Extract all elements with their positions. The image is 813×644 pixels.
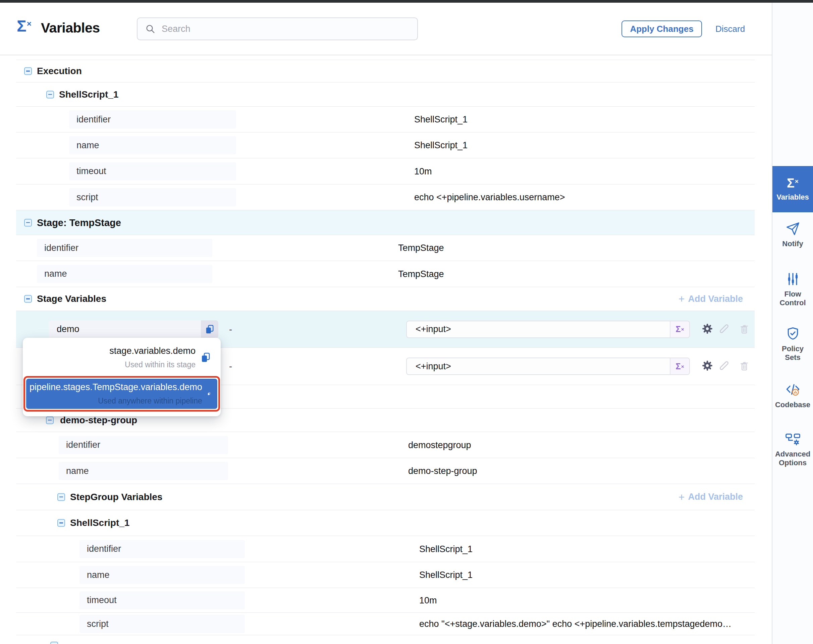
reference-scope-hint: Used anywhere within pipeline — [29, 396, 202, 406]
collapse-icon[interactable] — [46, 416, 54, 424]
discard-button[interactable]: Discard — [715, 24, 745, 34]
field-value: ShellScript_1 — [414, 114, 468, 125]
window-top-bar — [0, 0, 813, 3]
page-title: Variables — [41, 20, 100, 36]
shield-check-icon — [785, 327, 800, 341]
tab-policy-sets[interactable]: Policy Sets — [772, 327, 813, 366]
field-row-timeout: timeout 10m — [16, 158, 755, 184]
sigma-x-icon: Σ× — [17, 18, 32, 34]
expression-toggle[interactable]: Σ× — [670, 358, 689, 374]
tree-node-label: Execution — [37, 66, 82, 77]
input-value-text: <+input> — [407, 358, 670, 374]
delete-button[interactable] — [739, 360, 750, 373]
tree-row-partial — [16, 635, 755, 644]
copy-button[interactable] — [201, 320, 218, 339]
search-icon — [145, 23, 156, 34]
gear-icon — [702, 323, 713, 334]
sliders-icon — [785, 272, 800, 287]
collapse-icon[interactable] — [24, 67, 32, 75]
field-value: demostepgroup — [408, 440, 471, 450]
tab-label: Variables — [775, 193, 811, 202]
variable-description: - — [229, 361, 232, 372]
variable-value-input[interactable]: <+input> Σ× — [406, 320, 690, 338]
reference-option-pipeline-scope[interactable]: pipeline.stages.TempStage.variables.demo… — [26, 379, 217, 409]
tab-codebase[interactable]: Codebase — [772, 382, 813, 419]
field-row-identifier: identifier TempStage — [16, 235, 755, 261]
tab-notify[interactable]: Notify — [772, 221, 813, 259]
variable-description: - — [229, 324, 232, 334]
field-row-name: name ShellScript_1 — [16, 132, 755, 158]
field-label[interactable]: identifier — [37, 239, 212, 257]
code-warning-icon — [785, 382, 801, 397]
field-row-name: name TempStage — [16, 261, 755, 287]
field-row-timeout: timeout 10m — [16, 588, 755, 612]
panel-header: Σ× Variables Apply Changes Discard — [0, 3, 772, 55]
collapse-icon[interactable] — [46, 90, 54, 98]
input-value-text: <+input> — [407, 321, 670, 337]
tab-flow-control[interactable]: Flow Control — [772, 272, 813, 312]
collapse-icon[interactable] — [57, 519, 65, 527]
field-label[interactable]: timeout — [80, 591, 245, 609]
tree-row-shellscript: ShellScript_1 — [16, 510, 755, 536]
field-label[interactable]: identifier — [59, 436, 228, 454]
variable-name-text[interactable]: demo — [49, 320, 201, 339]
field-value: 10m — [414, 166, 432, 176]
add-variable-button[interactable]: +Add Variable — [678, 293, 743, 304]
field-label[interactable]: script — [80, 615, 245, 633]
field-value: ShellScript_1 — [419, 544, 472, 554]
sigma-x-icon: Σ× — [787, 177, 799, 190]
search-input[interactable] — [161, 23, 414, 35]
variable-value-input[interactable]: <+input> Σ× — [406, 357, 690, 375]
section-row-stepgroup-variables: StepGroup Variables +Add Variable — [16, 484, 755, 510]
field-label[interactable]: name — [69, 136, 236, 154]
field-row-identifier: identifier ShellScript_1 — [16, 536, 755, 562]
settings-button[interactable] — [702, 323, 713, 336]
tree-node-label: demo-step-group — [60, 415, 137, 426]
field-label[interactable]: identifier — [80, 540, 245, 558]
tree-node-label: ShellScript_1 — [70, 518, 129, 528]
field-label[interactable]: timeout — [69, 163, 236, 181]
field-row-identifier: identifier ShellScript_1 — [16, 106, 755, 132]
collapse-icon[interactable] — [24, 219, 32, 226]
field-label[interactable]: script — [69, 188, 236, 206]
field-label[interactable]: identifier — [69, 110, 236, 129]
section-label: StepGroup Variables — [70, 492, 162, 503]
variables-panel: Σ× Variables Apply Changes Discard Execu… — [0, 0, 813, 644]
field-row-name: name demo-step-group — [16, 458, 755, 484]
expression-toggle[interactable]: Σ× — [670, 321, 689, 337]
section-label: Stage: TempStage — [37, 217, 121, 228]
right-rail: Σ× Variables Notify Flow Control Policy … — [772, 3, 813, 644]
field-row-script: script echo <+pipeline.variables.usernam… — [16, 184, 755, 210]
collapse-icon[interactable] — [24, 295, 32, 303]
tab-label: Notify — [780, 239, 805, 248]
add-variable-button[interactable]: +Add Variable — [678, 492, 743, 503]
gear-icon — [702, 360, 713, 371]
pencil-icon — [718, 323, 730, 334]
reference-scope-hint: Used within its stage — [109, 360, 196, 369]
collapse-icon[interactable] — [57, 493, 65, 501]
delete-button[interactable] — [739, 323, 750, 336]
tab-advanced-options[interactable]: Advanced Options — [772, 433, 813, 473]
tab-variables[interactable]: Σ× Variables — [772, 166, 813, 212]
field-row-identifier: identifier demostepgroup — [16, 432, 755, 458]
copy-icon[interactable] — [201, 352, 210, 363]
tab-label: Advanced Options — [772, 450, 813, 468]
field-value: ShellScript_1 — [419, 570, 472, 580]
field-label[interactable]: name — [37, 265, 212, 283]
variable-name-field[interactable]: demo — [49, 320, 218, 339]
tree-row-shellscript: ShellScript_1 — [16, 82, 755, 106]
collapse-icon[interactable] — [50, 642, 58, 644]
field-label[interactable]: name — [80, 566, 245, 584]
apply-changes-button[interactable]: Apply Changes — [621, 20, 702, 37]
field-label[interactable]: name — [59, 462, 228, 480]
tab-label: Policy Sets — [772, 345, 813, 362]
search-box[interactable] — [137, 17, 418, 40]
settings-button[interactable] — [702, 360, 713, 373]
copy-icon[interactable] — [208, 388, 210, 399]
copy-icon — [205, 324, 214, 334]
trash-icon — [739, 360, 750, 371]
paper-plane-icon — [785, 221, 801, 236]
edit-button[interactable] — [718, 323, 730, 336]
edit-button[interactable] — [718, 360, 730, 373]
reference-option-stage-scope[interactable]: stage.variables.demo Used within its sta… — [28, 339, 210, 376]
